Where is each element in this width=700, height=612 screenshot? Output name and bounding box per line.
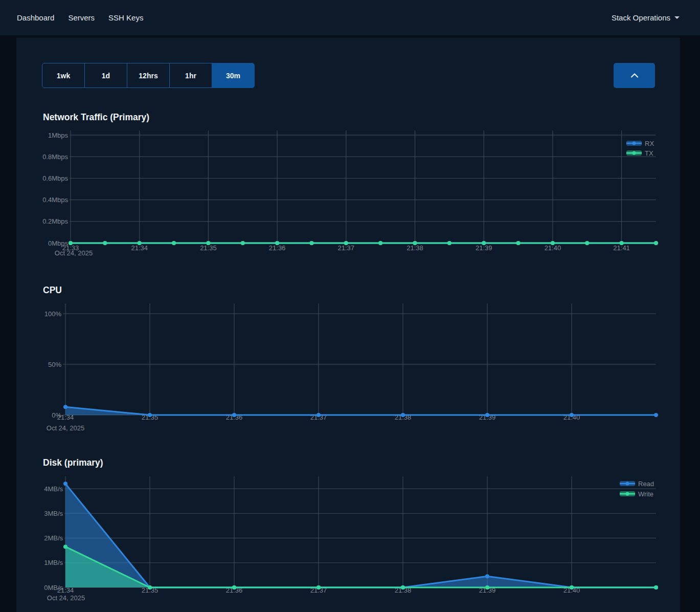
data-point-tx[interactable] <box>413 241 417 245</box>
top-navbar: Dashboard Servers SSH Keys Stack Operati… <box>0 0 700 35</box>
data-point-tx[interactable] <box>551 241 555 245</box>
legend-item-read[interactable]: Read <box>620 480 654 488</box>
x-axis-date-label: Oct 24, 2025 <box>47 424 84 432</box>
data-point-tx[interactable] <box>241 241 245 245</box>
y-axis-tick-label: 0.2Mbps <box>42 217 68 225</box>
stack-operations-dropdown[interactable]: Stack Operations <box>612 13 680 22</box>
cpu-chart-canvas[interactable]: 100%50%0%21:3421:3521:3621:3721:3821:392… <box>16 297 680 435</box>
legend-label: RX <box>645 140 654 147</box>
x-axis-tick-label: 21:37 <box>338 244 355 252</box>
nav-item-servers[interactable]: Servers <box>68 13 95 22</box>
data-point-cpu[interactable] <box>63 405 67 409</box>
data-point-read[interactable] <box>63 482 67 486</box>
x-axis-tick-label: 21:34 <box>131 244 148 252</box>
data-point-cpu[interactable] <box>148 413 152 417</box>
dashboard-panel: 1wk 1d 12hrs 1hr 30m Network Traffic (Pr… <box>16 38 680 612</box>
series-line-write <box>65 547 656 587</box>
series-area-write <box>65 547 656 587</box>
x-axis-date-label: Oct 24, 2025 <box>55 249 93 257</box>
x-axis-date-label: Oct 24, 2025 <box>47 594 85 602</box>
network-chart-title: Network Traffic (Primary) <box>43 112 149 123</box>
data-point-write[interactable] <box>63 544 67 549</box>
data-point-tx[interactable] <box>103 241 107 245</box>
y-axis-tick-label: 3MB/s <box>44 510 63 517</box>
data-point-write[interactable] <box>654 585 658 589</box>
caret-down-icon <box>674 16 680 19</box>
disk-chart-canvas[interactable]: 4MB/s3MB/s2MB/s1MB/s0MB/s21:3421:3521:36… <box>16 471 680 612</box>
data-point-write[interactable] <box>485 585 489 589</box>
chevron-up-icon <box>630 73 639 78</box>
network-traffic-chart-canvas[interactable]: 1Mbps0.8Mbps0.6Mbps0.4Mbps0.2Mbps0Mbps21… <box>16 125 680 264</box>
series-area-read <box>65 484 656 587</box>
data-point-tx[interactable] <box>482 241 486 245</box>
data-point-tx[interactable] <box>585 241 589 245</box>
stack-operations-label: Stack Operations <box>612 13 670 22</box>
data-point-tx[interactable] <box>275 241 279 245</box>
legend-item-write[interactable]: Write <box>620 490 653 498</box>
data-point-tx[interactable] <box>344 241 348 245</box>
cpu-chart-title: CPU <box>43 285 62 296</box>
x-axis-tick-label: 21:35 <box>200 244 217 252</box>
range-button-12hrs[interactable]: 12hrs <box>127 63 170 88</box>
data-point-cpu[interactable] <box>570 413 574 417</box>
data-point-tx[interactable] <box>172 241 176 245</box>
y-axis-tick-label: 0.4Mbps <box>42 196 68 204</box>
legend-label: Write <box>638 490 653 498</box>
data-point-cpu[interactable] <box>485 413 489 417</box>
time-range-button-group: 1wk 1d 12hrs 1hr 30m <box>42 63 255 88</box>
data-point-cpu[interactable] <box>317 413 321 417</box>
data-point-cpu[interactable] <box>654 413 658 417</box>
collapse-charts-button[interactable] <box>614 63 655 88</box>
y-axis-tick-label: 0.8Mbps <box>42 153 68 161</box>
data-point-tx[interactable] <box>516 241 521 245</box>
y-axis-tick-label: 0.6Mbps <box>42 174 68 182</box>
x-axis-tick-label: 21:40 <box>545 244 561 252</box>
x-axis-tick-label: 21:38 <box>407 244 423 252</box>
x-axis-tick-label: 21:39 <box>476 244 492 252</box>
data-point-write[interactable] <box>148 585 152 589</box>
y-axis-tick-label: 100% <box>44 310 62 318</box>
legend-swatch-point <box>633 142 636 145</box>
data-point-write[interactable] <box>570 585 574 589</box>
y-axis-tick-label: 2MB/s <box>44 534 63 542</box>
disk-chart-title: Disk (primary) <box>43 457 103 468</box>
nav-item-dashboard[interactable]: Dashboard <box>17 13 54 22</box>
legend-label: TX <box>645 149 653 157</box>
legend-label: Read <box>638 480 654 488</box>
y-axis-tick-label: 1Mbps <box>48 132 69 139</box>
y-axis-tick-label: 50% <box>48 361 61 368</box>
legend-item-tx[interactable]: TX <box>626 149 653 157</box>
legend-swatch-point <box>626 482 629 486</box>
range-button-1hr[interactable]: 1hr <box>169 63 212 88</box>
range-button-1d[interactable]: 1d <box>84 63 127 88</box>
legend-swatch-point <box>633 151 636 155</box>
legend-swatch-point <box>626 492 629 496</box>
data-point-write[interactable] <box>232 585 236 589</box>
x-axis-tick-label: 21:34 <box>57 586 74 594</box>
series-line-read <box>65 484 656 587</box>
data-point-tx[interactable] <box>309 241 313 245</box>
data-point-tx[interactable] <box>620 241 624 245</box>
data-point-tx[interactable] <box>69 241 73 245</box>
x-axis-tick-label: 21:41 <box>613 244 630 252</box>
y-axis-tick-label: 1MB/s <box>44 559 63 566</box>
y-axis-tick-label: 4MB/s <box>44 485 63 493</box>
data-point-read[interactable] <box>485 574 489 578</box>
data-point-tx[interactable] <box>654 241 658 245</box>
data-point-tx[interactable] <box>447 241 451 245</box>
x-axis-tick-label: 21:36 <box>269 244 286 252</box>
data-point-write[interactable] <box>401 585 405 589</box>
range-button-1wk[interactable]: 1wk <box>42 63 85 88</box>
nav-item-ssh-keys[interactable]: SSH Keys <box>108 13 143 22</box>
data-point-tx[interactable] <box>138 241 142 245</box>
data-point-write[interactable] <box>317 585 321 589</box>
legend-item-rx[interactable]: RX <box>626 140 654 147</box>
data-point-cpu[interactable] <box>401 413 405 417</box>
range-button-30m[interactable]: 30m <box>212 63 255 88</box>
data-point-cpu[interactable] <box>232 413 236 417</box>
data-point-tx[interactable] <box>378 241 382 245</box>
data-point-tx[interactable] <box>206 241 210 245</box>
